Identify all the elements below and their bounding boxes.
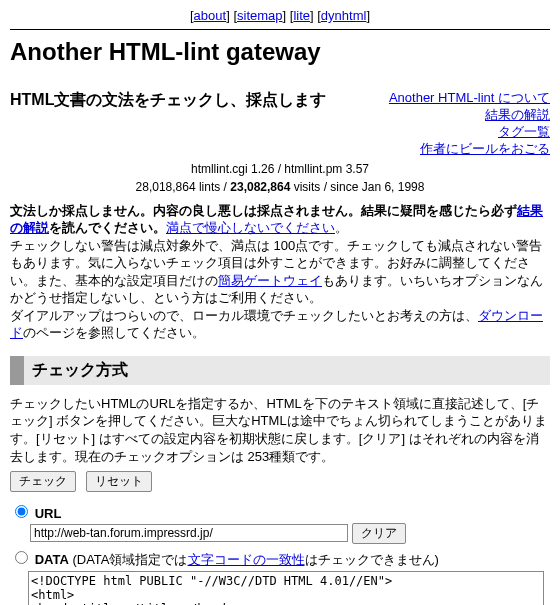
data-textarea[interactable] [28,571,544,605]
intro-para2: チェックしない警告は減点対象外で、満点は 100点です。チェックしても減点されな… [10,237,550,307]
url-label: URL [35,506,62,521]
subtitle: HTML文書の文法をチェックし、採点します [10,90,389,111]
url-clear-button[interactable]: クリア [352,523,406,544]
top-nav: [about] [sitemap] [lite] [dynhtml] [10,8,550,23]
link-result-explain[interactable]: 結果の解説 [389,107,550,124]
check-description: チェックしたいHTMLのURLを指定するか、HTMLを下のテキスト領域に直接記述… [10,395,550,465]
reset-button[interactable]: リセット [86,471,152,492]
data-label: DATA [35,552,69,567]
stats-line: 28,018,864 lints / 23,082,864 visits / s… [10,180,550,194]
nav-about[interactable]: about [194,8,227,23]
divider [10,29,550,30]
link-easy-gateway[interactable]: 簡易ゲートウェイ [218,273,322,288]
url-row: URL [10,502,550,521]
url-radio[interactable] [15,505,28,518]
check-button[interactable]: チェック [10,471,76,492]
intro-para3: ダイアルアップはつらいので、ローカル環境でチェックしたいとお考えの方は、ダウンロ… [10,307,550,342]
link-charset-consistency[interactable]: 文字コードの一致性 [188,552,305,567]
intro-para1: 文法しか採点しません。内容の良し悪しは採点されません。結果に疑問を感じたら必ず結… [10,202,550,237]
nav-sitemap[interactable]: sitemap [237,8,283,23]
link-caution[interactable]: 満点で慢心しないでください [166,220,335,235]
nav-lite[interactable]: lite [293,8,310,23]
version-line: htmllint.cgi 1.26 / htmllint.pm 3.57 [10,162,550,176]
page-title: Another HTML-lint gateway [10,38,550,66]
link-about-lint[interactable]: Another HTML-lint について [389,90,550,107]
link-beer[interactable]: 作者にビールをおごる [389,141,550,158]
link-tag-list[interactable]: タグ一覧 [389,124,550,141]
data-row: DATA (DATA領域指定では文字コードの一致性はチェックできません) [10,548,550,569]
button-row: チェック リセット [10,471,550,492]
right-links: Another HTML-lint について 結果の解説 タグ一覧 作者にビール… [389,90,550,158]
visits-count: 23,082,864 [230,180,290,194]
lints-count: 28,018,864 [136,180,196,194]
section-check-method: チェック方式 [10,356,550,385]
url-input[interactable] [30,524,348,542]
data-radio[interactable] [15,551,28,564]
nav-dynhtml[interactable]: dynhtml [321,8,367,23]
